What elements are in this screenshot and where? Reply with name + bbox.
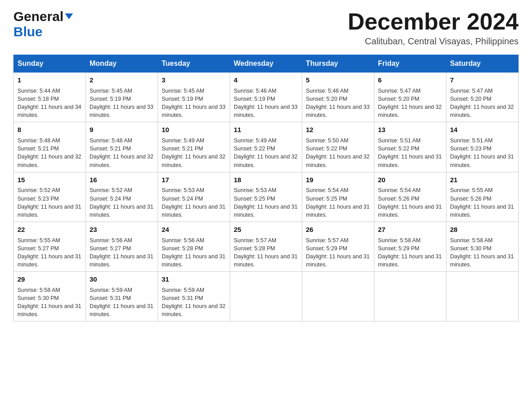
day-number: 11 (234, 125, 298, 135)
calendar-cell: 28Sunrise: 5:58 AMSunset: 5:30 PMDayligh… (446, 222, 519, 271)
day-number: 12 (306, 125, 370, 135)
day-info: Sunrise: 5:52 AMSunset: 5:24 PMDaylight:… (90, 186, 154, 219)
day-info: Sunrise: 5:55 AMSunset: 5:27 PMDaylight:… (17, 236, 82, 269)
calendar-cell: 14Sunrise: 5:51 AMSunset: 5:23 PMDayligh… (446, 122, 519, 172)
day-number: 29 (17, 274, 82, 284)
calendar-day-header: Friday (374, 55, 446, 73)
day-info: Sunrise: 5:53 AMSunset: 5:25 PMDaylight:… (234, 186, 298, 219)
day-info: Sunrise: 5:54 AMSunset: 5:25 PMDaylight:… (306, 186, 370, 219)
calendar-cell: 24Sunrise: 5:56 AMSunset: 5:28 PMDayligh… (158, 222, 230, 271)
day-number: 8 (17, 125, 82, 135)
calendar-day-header: Tuesday (158, 55, 230, 73)
day-number: 5 (306, 75, 370, 85)
day-info: Sunrise: 5:51 AMSunset: 5:23 PMDaylight:… (450, 137, 515, 169)
day-info: Sunrise: 5:48 AMSunset: 5:21 PMDaylight:… (17, 137, 82, 169)
location-subtitle: Calituban, Central Visayas, Philippines (348, 36, 519, 47)
day-info: Sunrise: 5:56 AMSunset: 5:28 PMDaylight:… (162, 236, 226, 269)
calendar-day-header: Wednesday (230, 55, 302, 73)
day-number: 2 (90, 75, 154, 85)
day-info: Sunrise: 5:59 AMSunset: 5:31 PMDaylight:… (162, 286, 226, 319)
calendar-cell: 16Sunrise: 5:52 AMSunset: 5:24 PMDayligh… (86, 172, 158, 222)
day-info: Sunrise: 5:49 AMSunset: 5:22 PMDaylight:… (234, 137, 298, 169)
day-number: 19 (306, 175, 370, 185)
calendar-day-header: Saturday (446, 55, 519, 73)
calendar-table: SundayMondayTuesdayWednesdayThursdayFrid… (13, 55, 519, 321)
day-info: Sunrise: 5:52 AMSunset: 5:23 PMDaylight:… (17, 186, 82, 219)
day-number: 16 (90, 175, 154, 185)
day-info: Sunrise: 5:58 AMSunset: 5:29 PMDaylight:… (378, 236, 442, 269)
calendar-week-row: 22Sunrise: 5:55 AMSunset: 5:27 PMDayligh… (14, 222, 519, 271)
calendar-week-row: 8Sunrise: 5:48 AMSunset: 5:21 PMDaylight… (14, 122, 519, 172)
day-info: Sunrise: 5:57 AMSunset: 5:28 PMDaylight:… (234, 236, 298, 269)
day-info: Sunrise: 5:54 AMSunset: 5:26 PMDaylight:… (378, 186, 442, 219)
calendar-cell: 3Sunrise: 5:45 AMSunset: 5:19 PMDaylight… (158, 73, 230, 122)
logo: General Blue (13, 9, 73, 39)
calendar-cell: 7Sunrise: 5:47 AMSunset: 5:20 PMDaylight… (446, 73, 519, 122)
day-number: 15 (17, 175, 82, 185)
day-number: 4 (234, 75, 298, 85)
calendar-cell: 21Sunrise: 5:55 AMSunset: 5:26 PMDayligh… (446, 172, 519, 222)
day-number: 22 (17, 225, 82, 235)
calendar-cell: 30Sunrise: 5:59 AMSunset: 5:31 PMDayligh… (86, 272, 158, 321)
day-info: Sunrise: 5:50 AMSunset: 5:22 PMDaylight:… (306, 137, 370, 169)
day-info: Sunrise: 5:59 AMSunset: 5:31 PMDaylight:… (90, 286, 154, 319)
day-info: Sunrise: 5:45 AMSunset: 5:19 PMDaylight:… (162, 87, 226, 120)
day-number: 17 (162, 175, 226, 185)
day-number: 18 (234, 175, 298, 185)
calendar-cell: 19Sunrise: 5:54 AMSunset: 5:25 PMDayligh… (302, 172, 374, 222)
day-number: 31 (162, 274, 226, 284)
day-info: Sunrise: 5:45 AMSunset: 5:19 PMDaylight:… (90, 87, 154, 120)
calendar-week-row: 29Sunrise: 5:58 AMSunset: 5:30 PMDayligh… (14, 272, 519, 321)
day-number: 26 (306, 225, 370, 235)
day-info: Sunrise: 5:47 AMSunset: 5:20 PMDaylight:… (378, 87, 442, 120)
calendar-day-header: Sunday (14, 55, 86, 73)
title-block: December 2024 Calituban, Central Visayas… (348, 9, 519, 47)
calendar-day-header: Thursday (302, 55, 374, 73)
calendar-cell: 23Sunrise: 5:56 AMSunset: 5:27 PMDayligh… (86, 222, 158, 271)
calendar-cell: 20Sunrise: 5:54 AMSunset: 5:26 PMDayligh… (374, 172, 446, 222)
calendar-cell: 22Sunrise: 5:55 AMSunset: 5:27 PMDayligh… (14, 222, 86, 271)
calendar-cell (302, 272, 374, 321)
calendar-cell: 5Sunrise: 5:46 AMSunset: 5:20 PMDaylight… (302, 73, 374, 122)
calendar-cell: 4Sunrise: 5:46 AMSunset: 5:19 PMDaylight… (230, 73, 302, 122)
calendar-cell: 9Sunrise: 5:48 AMSunset: 5:21 PMDaylight… (86, 122, 158, 172)
logo-general-text: General (13, 9, 64, 24)
day-number: 25 (234, 225, 298, 235)
day-info: Sunrise: 5:51 AMSunset: 5:22 PMDaylight:… (378, 137, 442, 169)
calendar-cell (230, 272, 302, 321)
calendar-cell: 10Sunrise: 5:49 AMSunset: 5:21 PMDayligh… (158, 122, 230, 172)
day-number: 9 (90, 125, 154, 135)
day-number: 24 (162, 225, 226, 235)
calendar-cell (446, 272, 519, 321)
calendar-cell: 1Sunrise: 5:44 AMSunset: 5:18 PMDaylight… (14, 73, 86, 122)
calendar-cell: 8Sunrise: 5:48 AMSunset: 5:21 PMDaylight… (14, 122, 86, 172)
day-number: 28 (450, 225, 515, 235)
calendar-cell: 15Sunrise: 5:52 AMSunset: 5:23 PMDayligh… (14, 172, 86, 222)
page-header: General Blue December 2024 Calituban, Ce… (13, 9, 519, 47)
day-info: Sunrise: 5:58 AMSunset: 5:30 PMDaylight:… (450, 236, 515, 269)
day-number: 27 (378, 225, 442, 235)
day-info: Sunrise: 5:44 AMSunset: 5:18 PMDaylight:… (17, 87, 82, 120)
calendar-cell (374, 272, 446, 321)
day-number: 23 (90, 225, 154, 235)
day-number: 3 (162, 75, 226, 85)
calendar-day-header: Monday (86, 55, 158, 73)
day-number: 6 (378, 75, 442, 85)
calendar-cell: 6Sunrise: 5:47 AMSunset: 5:20 PMDaylight… (374, 73, 446, 122)
day-info: Sunrise: 5:55 AMSunset: 5:26 PMDaylight:… (450, 186, 515, 219)
day-number: 20 (378, 175, 442, 185)
calendar-cell: 13Sunrise: 5:51 AMSunset: 5:22 PMDayligh… (374, 122, 446, 172)
day-info: Sunrise: 5:46 AMSunset: 5:19 PMDaylight:… (234, 87, 298, 120)
day-info: Sunrise: 5:47 AMSunset: 5:20 PMDaylight:… (450, 87, 515, 120)
calendar-cell: 2Sunrise: 5:45 AMSunset: 5:19 PMDaylight… (86, 73, 158, 122)
day-number: 21 (450, 175, 515, 185)
day-number: 7 (450, 75, 515, 85)
calendar-cell: 11Sunrise: 5:49 AMSunset: 5:22 PMDayligh… (230, 122, 302, 172)
day-number: 10 (162, 125, 226, 135)
calendar-cell: 27Sunrise: 5:58 AMSunset: 5:29 PMDayligh… (374, 222, 446, 271)
calendar-cell: 31Sunrise: 5:59 AMSunset: 5:31 PMDayligh… (158, 272, 230, 321)
calendar-cell: 25Sunrise: 5:57 AMSunset: 5:28 PMDayligh… (230, 222, 302, 271)
calendar-week-row: 1Sunrise: 5:44 AMSunset: 5:18 PMDaylight… (14, 73, 519, 122)
day-info: Sunrise: 5:58 AMSunset: 5:30 PMDaylight:… (17, 286, 82, 319)
calendar-cell: 18Sunrise: 5:53 AMSunset: 5:25 PMDayligh… (230, 172, 302, 222)
